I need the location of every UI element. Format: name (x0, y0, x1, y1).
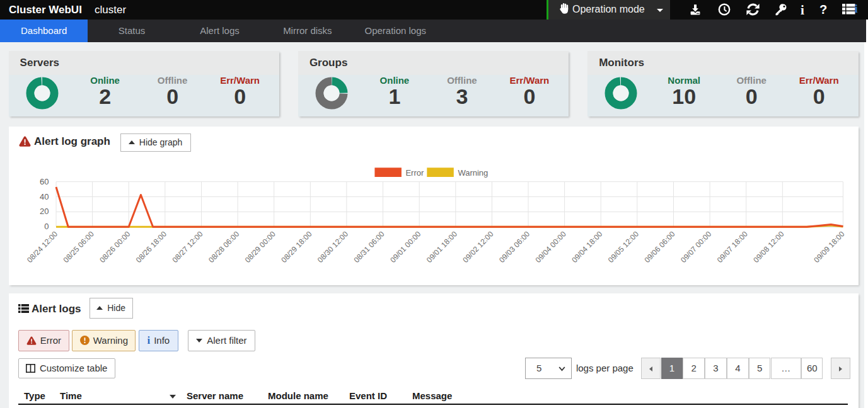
svg-text:60: 60 (40, 177, 49, 186)
svg-text:09/09 18:00: 09/09 18:00 (812, 229, 846, 264)
svg-text:i: i (855, 4, 858, 15)
svg-text:08/29 00:00: 08/29 00:00 (243, 229, 277, 264)
svg-text:09/03 06:00: 09/03 06:00 (497, 229, 531, 264)
svg-text:09/05 12:00: 09/05 12:00 (606, 229, 640, 264)
svg-text:08/25 06:00: 08/25 06:00 (61, 229, 95, 264)
svg-text:08/28 06:00: 08/28 06:00 (207, 229, 241, 264)
svg-text:09/08 12:00: 09/08 12:00 (751, 229, 785, 264)
svg-text:40: 40 (40, 192, 49, 201)
svg-text:08/29 18:00: 08/29 18:00 (279, 229, 313, 264)
svg-text:08/26 18:00: 08/26 18:00 (134, 229, 168, 264)
svg-text:09/01 18:00: 09/01 18:00 (424, 229, 458, 264)
svg-text:08/30 12:00: 08/30 12:00 (316, 229, 350, 264)
svg-text:09/01 00:00: 09/01 00:00 (388, 229, 422, 264)
svg-text:09/07 00:00: 09/07 00:00 (679, 229, 713, 264)
svg-text:09/07 18:00: 09/07 18:00 (715, 229, 749, 264)
svg-text:09/06 06:00: 09/06 06:00 (642, 229, 676, 264)
svg-text:08/27 12:00: 08/27 12:00 (170, 229, 204, 264)
svg-text:09/04 18:00: 09/04 18:00 (570, 229, 604, 264)
svg-text:Warning: Warning (458, 168, 488, 178)
svg-text:0: 0 (44, 222, 49, 231)
svg-text:08/26 00:00: 08/26 00:00 (98, 229, 132, 264)
svg-text:Error: Error (405, 168, 424, 178)
svg-text:08/31 06:00: 08/31 06:00 (352, 229, 386, 264)
svg-text:08/24 12:00: 08/24 12:00 (25, 229, 59, 264)
svg-text:20: 20 (40, 207, 49, 216)
svg-text:09/04 00:00: 09/04 00:00 (533, 229, 567, 264)
svg-text:09/02 12:00: 09/02 12:00 (461, 229, 495, 264)
